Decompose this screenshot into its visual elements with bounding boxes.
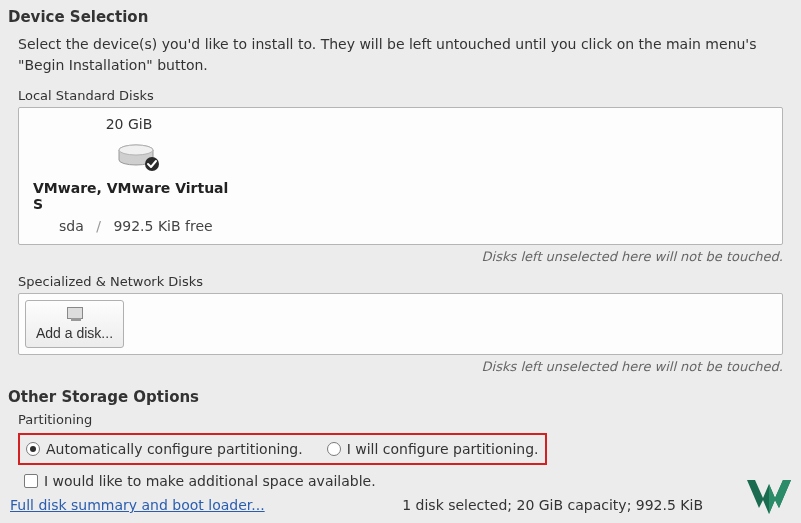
- radio-icon: [26, 442, 40, 456]
- disk-dev: sda: [59, 218, 84, 234]
- local-disks-box: 20 GiB VMware, VMware Virtual S sda / 99…: [18, 107, 783, 245]
- disk-info: sda / 992.5 KiB free: [29, 212, 213, 234]
- full-disk-summary-link[interactable]: Full disk summary and boot loader...: [10, 497, 265, 513]
- network-disks-box: Add a disk...: [18, 293, 783, 355]
- other-storage-title: Other Storage Options: [0, 382, 801, 408]
- add-disk-button[interactable]: Add a disk...: [25, 300, 124, 348]
- checkbox-additional-label: I would like to make additional space av…: [44, 473, 376, 489]
- radio-manual-label: I will configure partitioning.: [347, 441, 539, 457]
- logo-icon: [745, 476, 793, 519]
- partitioning-label: Partitioning: [0, 408, 801, 431]
- network-card-icon: [67, 307, 83, 319]
- add-disk-label: Add a disk...: [36, 325, 113, 341]
- network-disks-label: Specialized & Network Disks: [0, 272, 801, 293]
- disk-free: 992.5 KiB free: [113, 218, 212, 234]
- svg-point-1: [119, 145, 153, 155]
- radio-icon: [327, 442, 341, 456]
- disk-item[interactable]: 20 GiB VMware, VMware Virtual S sda / 99…: [19, 108, 239, 244]
- radio-auto-partition[interactable]: Automatically configure partitioning.: [26, 441, 303, 457]
- device-selection-title: Device Selection: [0, 0, 801, 30]
- local-disks-label: Local Standard Disks: [0, 86, 801, 107]
- disk-name: VMware, VMware Virtual S: [29, 176, 229, 212]
- radio-auto-label: Automatically configure partitioning.: [46, 441, 303, 457]
- footer: Full disk summary and boot loader... 1 d…: [0, 489, 801, 523]
- device-selection-description: Select the device(s) you'd like to insta…: [0, 30, 801, 86]
- radio-manual-partition[interactable]: I will configure partitioning.: [327, 441, 539, 457]
- unselected-hint-2: Disks left unselected here will not be t…: [0, 355, 801, 382]
- checkbox-icon: [24, 474, 38, 488]
- hard-disk-icon: [29, 138, 249, 176]
- footer-status: 1 disk selected; 20 GiB capacity; 992.5 …: [402, 497, 783, 513]
- unselected-hint-1: Disks left unselected here will not be t…: [0, 245, 801, 272]
- separator: /: [88, 218, 109, 234]
- partitioning-radio-group: Automatically configure partitioning. I …: [18, 433, 547, 465]
- disk-size: 20 GiB: [19, 116, 239, 138]
